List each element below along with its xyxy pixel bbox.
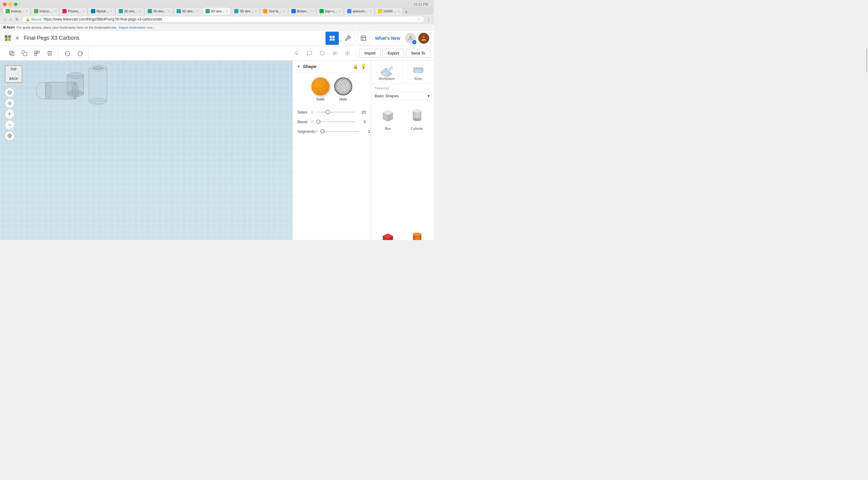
copy-button[interactable] [19, 47, 30, 59]
bookmarks-bar: ⊞ Apps For quick access, place your book… [0, 24, 434, 30]
delete-button[interactable] [44, 47, 56, 59]
compass-button[interactable] [5, 131, 14, 141]
zoom-in-button[interactable]: + [5, 109, 14, 119]
group-button[interactable] [31, 47, 43, 59]
tab-close-icon[interactable]: × [168, 10, 170, 13]
tab-label: 3D des... [240, 9, 253, 13]
category-dropdown[interactable]: Basic Shapes ▼ [371, 92, 434, 100]
tab-close-icon[interactable]: × [83, 10, 84, 13]
back-button[interactable]: ‹ [3, 16, 7, 22]
tab-close-icon[interactable]: × [283, 10, 285, 13]
user-icon[interactable]: + [405, 33, 416, 44]
fit-button[interactable] [5, 99, 14, 108]
address-bar[interactable]: 🔒 Secure https://www.tinkercad.com/thing… [22, 16, 424, 23]
tab-close-icon[interactable]: × [226, 10, 228, 13]
minimize-button[interactable] [8, 2, 12, 6]
shape-collapse-button[interactable]: ▼ [297, 64, 301, 69]
bookmarks-hint: For quick access, place your bookmarks h… [17, 26, 117, 29]
hole-type-item[interactable]: Hole [334, 77, 352, 101]
bookmark-star-icon[interactable]: ☆ [417, 17, 421, 22]
light-button[interactable] [291, 48, 302, 59]
avatar[interactable] [418, 33, 429, 44]
tab-1[interactable]: Instruc... × [2, 7, 31, 15]
tab-6[interactable]: 3D des... × [144, 7, 173, 15]
shape-item-box-red[interactable]: Box [373, 226, 403, 240]
shape-lock-button[interactable]: 🔒 [353, 64, 358, 69]
shape-item-cylinder-orange[interactable]: Cylinder [403, 226, 432, 240]
tab-4[interactable]: Mphat... × [88, 7, 116, 15]
svg-rect-3 [333, 39, 335, 41]
tab-close-icon[interactable]: × [110, 10, 112, 13]
tab-13[interactable]: awesom... × [344, 7, 375, 15]
new-tab-button[interactable]: + [403, 9, 409, 15]
shape-light-button[interactable]: 💡 [361, 64, 367, 69]
tab-close-icon[interactable]: × [398, 10, 400, 13]
tab-3[interactable]: Photos... × [59, 7, 88, 15]
circle-icon [319, 50, 325, 56]
tab-7[interactable]: 3D des... × [173, 7, 202, 15]
tab-2[interactable]: Instruc... × [31, 7, 59, 15]
tab-close-icon[interactable]: × [255, 10, 256, 13]
ruler-button[interactable]: Ruler [403, 61, 434, 83]
send-to-button[interactable]: Send To [406, 49, 430, 58]
segments-label: Segments [298, 129, 315, 134]
import-button[interactable]: Import [359, 49, 381, 58]
shape-item-box-gray[interactable]: Box [373, 103, 403, 226]
tab-close-icon[interactable]: × [311, 10, 313, 13]
zoom-out-button[interactable]: − [5, 120, 14, 130]
tab-favicon [148, 9, 152, 13]
copy2d-button[interactable] [6, 47, 18, 59]
cylinder-orange-icon [407, 229, 427, 240]
box-red-icon [378, 229, 398, 240]
source-section: Tinkercad [371, 84, 434, 92]
tab-14[interactable]: 15000 ... × [375, 7, 403, 15]
redo-button[interactable] [74, 47, 86, 59]
shape-item-cylinder-gray[interactable]: Cylinder [403, 103, 432, 226]
bevel-slider[interactable] [316, 122, 355, 122]
sides-slider[interactable] [316, 112, 355, 113]
whats-new-button[interactable]: What's New [373, 36, 403, 41]
tab-5[interactable]: 3D des... × [116, 7, 144, 15]
solid-sphere-icon [311, 77, 330, 96]
tab-12[interactable]: Sign u... × [316, 7, 344, 15]
tab-close-icon[interactable]: × [26, 10, 27, 13]
tab-close-icon[interactable]: × [54, 10, 56, 13]
export-button[interactable]: Export [382, 49, 404, 58]
viewport[interactable]: Workplane TOP BACK + [0, 61, 292, 240]
build-view-button[interactable] [341, 32, 354, 45]
align-button[interactable] [330, 48, 340, 59]
forward-button[interactable]: › [9, 16, 13, 22]
shapes-grid: Box Cylinder [371, 100, 434, 240]
import-bookmarks-link[interactable]: Import bookmarks now... [119, 26, 155, 29]
grid-view-button[interactable] [326, 32, 339, 45]
orbit-button[interactable] [5, 88, 14, 97]
tab-9[interactable]: 3D des... × [231, 7, 260, 15]
hamburger-menu-button[interactable]: ≡ [14, 34, 20, 42]
view-cube[interactable]: TOP BACK [5, 65, 23, 83]
tab-close-icon[interactable]: × [339, 10, 341, 13]
tab-10[interactable]: Text fa... × [260, 7, 288, 15]
maximize-button[interactable] [14, 2, 18, 6]
selection-button[interactable] [317, 48, 328, 59]
reload-button[interactable]: ↻ [14, 16, 20, 22]
lock-icon: 🔒 [26, 18, 30, 22]
trash-icon [47, 50, 53, 56]
flat-view-button[interactable] [357, 32, 370, 45]
tab-close-icon[interactable]: × [370, 10, 371, 13]
tab-8-active[interactable]: 3D des... × [202, 7, 231, 15]
menu-button[interactable]: ⋮ [426, 16, 431, 22]
svg-rect-11 [24, 53, 27, 56]
segments-slider[interactable] [320, 131, 359, 132]
mirror-button[interactable] [342, 48, 353, 59]
undo-button[interactable] [62, 47, 73, 59]
svg-point-16 [320, 51, 324, 56]
workplane-button[interactable]: Workplane [371, 61, 403, 83]
tab-close-icon[interactable]: × [197, 10, 199, 13]
close-button[interactable] [3, 2, 7, 6]
tab-close-icon[interactable]: × [139, 10, 141, 13]
svg-rect-14 [35, 53, 37, 56]
comment-button[interactable] [304, 48, 315, 59]
tab-11[interactable]: Behan... × [288, 7, 316, 15]
solid-type-item[interactable]: Solid [311, 77, 330, 101]
svg-rect-4 [361, 36, 366, 40]
